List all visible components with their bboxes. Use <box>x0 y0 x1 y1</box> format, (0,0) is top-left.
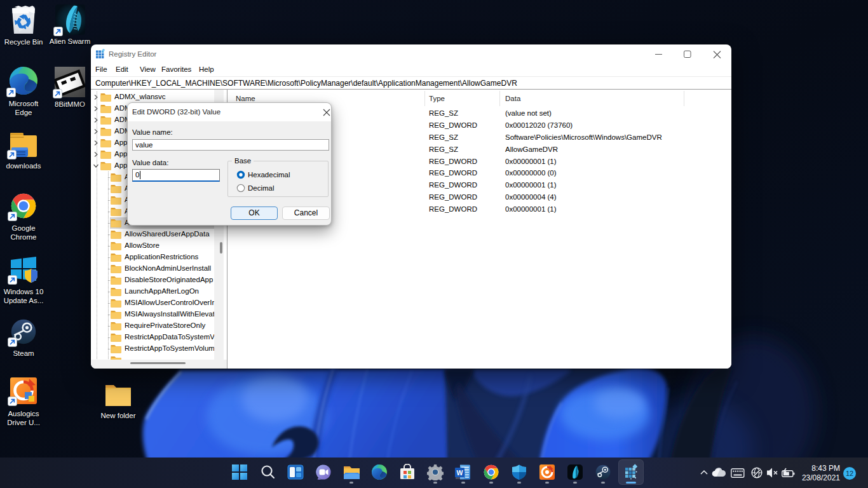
svg-text:W: W <box>457 469 463 477</box>
